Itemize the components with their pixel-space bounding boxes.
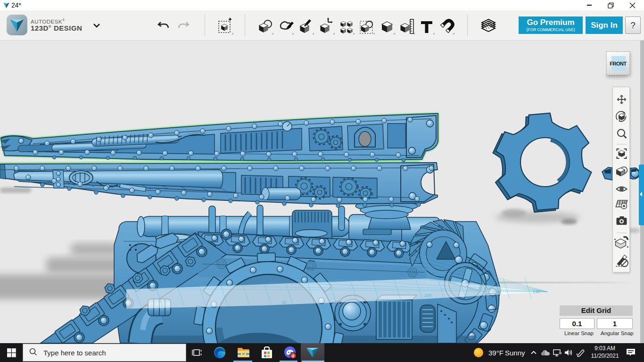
- svg-text:50: 50: [282, 300, 287, 305]
- svg-text:140: 140: [533, 289, 540, 294]
- svg-text:25: 25: [496, 290, 501, 295]
- svg-text:4: 4: [292, 354, 294, 358]
- svg-text:100: 100: [424, 293, 431, 298]
